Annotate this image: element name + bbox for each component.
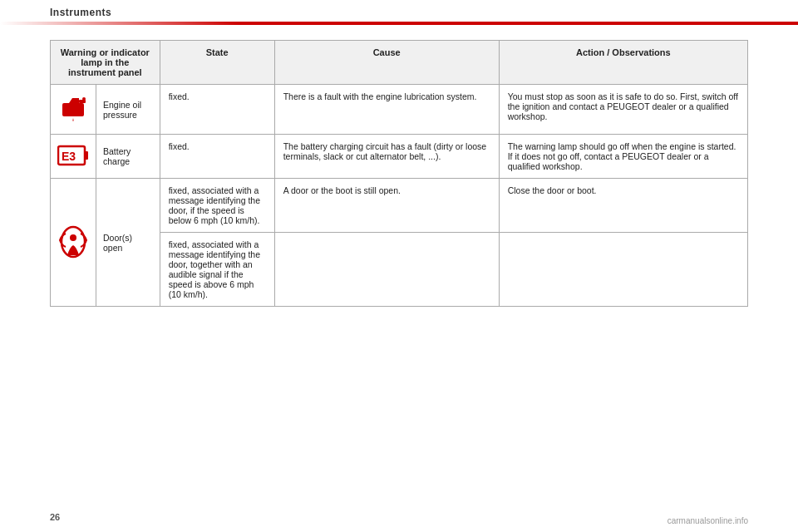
table-header-row: Warning or indicator lamp in the instrum… — [51, 41, 748, 85]
svg-point-6 — [70, 234, 76, 241]
doors-open-cause-1: A door or the boot is still open. — [274, 179, 499, 233]
battery-charge-label: Battery charge — [96, 135, 160, 179]
svg-rect-3 — [85, 151, 88, 160]
doors-open-icon — [57, 252, 89, 262]
doors-open-state-1: fixed, associated with a message identif… — [160, 179, 274, 233]
warning-lamps-table: Warning or indicator lamp in the instrum… — [50, 40, 748, 307]
doors-open-icon-cell — [51, 179, 96, 307]
col-action-header: Action / Observations — [499, 41, 747, 85]
doors-open-state-2: fixed, associated with a message identif… — [160, 233, 274, 307]
engine-oil-action: You must stop as soon as it is safe to d… — [499, 85, 747, 135]
doors-open-action-2 — [499, 233, 747, 307]
table-row: Door(s) open fixed, associated with a me… — [51, 179, 748, 233]
engine-oil-icon-cell — [51, 85, 96, 135]
table-row: Engine oil pressure fixed. There is a fa… — [51, 85, 748, 135]
svg-text:E3: E3 — [62, 150, 76, 163]
page-number: 26 — [50, 512, 60, 522]
page: Instruments Warning or indicator lamp in… — [0, 0, 798, 532]
red-bar — [0, 22, 798, 25]
battery-charge-action: The warning lamp should go off when the … — [499, 135, 747, 179]
table-row: E3 Battery charge fixed. The battery cha… — [51, 135, 748, 179]
col-cause-header: Cause — [274, 41, 499, 85]
page-title: Instruments — [50, 7, 111, 18]
doors-open-action-1: Close the door or boot. — [499, 179, 747, 233]
header: Instruments — [0, 0, 798, 22]
svg-point-1 — [82, 97, 86, 101]
battery-charge-state: fixed. — [160, 135, 274, 179]
battery-charge-icon-cell: E3 — [51, 135, 96, 179]
engine-oil-state: fixed. — [160, 85, 274, 135]
col-lamp-header: Warning or indicator lamp in the instrum… — [51, 41, 160, 85]
watermark: carmanualsonline.info — [667, 516, 748, 525]
battery-charge-icon: E3 — [57, 159, 89, 169]
engine-oil-cause: There is a fault with the engine lubrica… — [274, 85, 499, 135]
engine-oil-label: Engine oil pressure — [96, 85, 160, 135]
engine-oil-icon — [57, 102, 89, 128]
battery-charge-cause: The battery charging circuit has a fault… — [274, 135, 499, 179]
col-state-header: State — [160, 41, 274, 85]
doors-open-cause-2 — [274, 233, 499, 307]
main-content: Warning or indicator lamp in the instrum… — [0, 40, 798, 332]
doors-open-label: Door(s) open — [96, 179, 160, 307]
